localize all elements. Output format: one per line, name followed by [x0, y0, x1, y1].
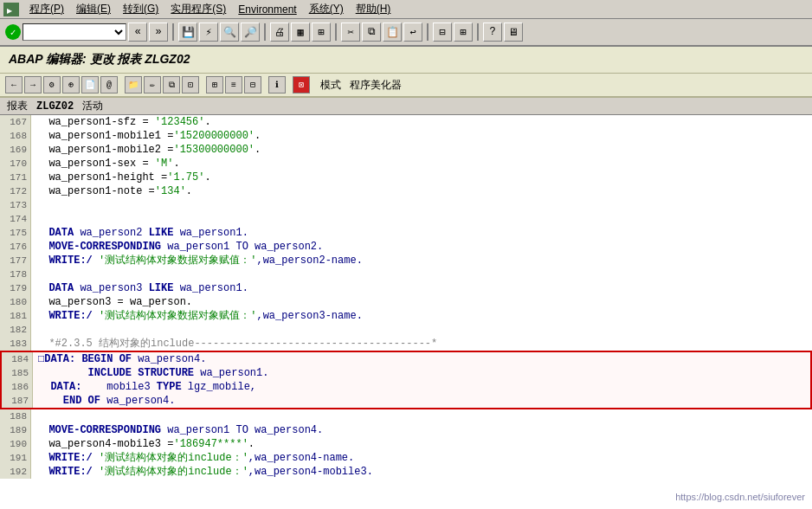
ed-btn-8[interactable]: ⊡ [182, 76, 199, 93]
menu-item-goto[interactable]: 转到(G) [118, 1, 164, 17]
code-line-169[interactable]: 169 wa_person1-mobile2 ='15300000000'. [0, 143, 812, 157]
line-content: wa_person4-mobile3 ='186947****'. [31, 437, 255, 451]
columns-icon[interactable]: ▦ [291, 23, 310, 42]
ed-btn-2[interactable]: ⊕ [62, 76, 80, 93]
beautify-label[interactable]: 程序美化器 [350, 78, 402, 93]
code-line-176[interactable]: 176 MOVE-CORRESPONDING wa_person1 TO wa_… [0, 240, 812, 254]
line-content [31, 409, 36, 423]
line-content: *#2.3.5 结构对象的include--------------------… [31, 337, 437, 351]
sap-logo-icon: ▶ [3, 3, 19, 16]
code-line-188[interactable]: 188 [0, 409, 812, 423]
cut-icon[interactable]: ✂ [341, 23, 360, 42]
ed-btn-3[interactable]: 📄 [81, 76, 99, 93]
ed-btn-7[interactable]: ⧉ [163, 76, 180, 93]
menu-item-utilities[interactable]: 实用程序(S) [165, 1, 231, 17]
ed-btn-4[interactable]: @ [100, 76, 118, 93]
code-line-184[interactable]: 184□DATA: BEGIN OF wa_person4. [0, 351, 812, 366]
code-line-189[interactable]: 189 MOVE-CORRESPONDING wa_person1 TO wa_… [0, 423, 812, 437]
code-line-177[interactable]: 177 WRITE:/ '测试结构体对象数据对象赋值：',wa_person2-… [0, 254, 812, 267]
back-icon[interactable]: ← [5, 76, 23, 93]
info-icon[interactable]: 🖥 [504, 23, 523, 42]
code-line-174[interactable]: 174 [0, 212, 812, 226]
code-line-173[interactable]: 173 [0, 198, 812, 212]
layout2-icon[interactable]: ⊞ [454, 23, 473, 42]
shortcut-icon[interactable]: ⚡ [199, 23, 218, 42]
toolbar-combo[interactable] [23, 23, 126, 41]
line-content: WRITE:/ '测试结构体对象数据对象赋值：',wa_person2-name… [31, 254, 363, 267]
check-icon[interactable]: ✓ [5, 24, 21, 40]
find2-icon[interactable]: 🔎 [241, 23, 260, 42]
line-number: 176 [0, 240, 31, 254]
line-number: 169 [0, 143, 31, 157]
line-number: 171 [0, 171, 31, 184]
line-content: wa_person3 = wa_person. [31, 295, 192, 309]
find-icon[interactable]: 🔍 [220, 23, 239, 42]
menu-bar: ▶ 程序(P) 编辑(E) 转到(G) 实用程序(S) Environment … [0, 0, 812, 19]
undo-icon[interactable]: ↩ [403, 23, 422, 42]
save-icon[interactable]: 💾 [178, 23, 197, 42]
line-number: 178 [0, 267, 31, 281]
ed-btn-11[interactable]: ⊟ [244, 76, 261, 93]
ed-btn-9[interactable]: ⊞ [206, 76, 223, 93]
ed-btn-10[interactable]: ≡ [225, 76, 242, 93]
code-line-187[interactable]: 187 END OF wa_person4. [0, 394, 812, 409]
copy-icon[interactable]: ⧉ [362, 23, 381, 42]
editor-title: ABAP 编辑器: 更改 报表 ZLGZ02 [0, 47, 812, 74]
ed-btn-1[interactable]: ⚙ [43, 76, 61, 93]
line-content: MOVE-CORRESPONDING wa_person1 TO wa_pers… [31, 423, 323, 437]
line-number: 187 [2, 394, 33, 408]
line-content: WRITE:/ '测试结构体对象的include：',wa_person4-mo… [31, 465, 373, 479]
line-content: WRITE:/ '测试结构体对象的include：',wa_person4-na… [31, 451, 354, 465]
ed-btn-13[interactable]: ⊠ [293, 76, 310, 93]
line-number: 173 [0, 198, 31, 212]
menu-item-system[interactable]: 系统(Y) [304, 1, 349, 17]
code-line-168[interactable]: 168 wa_person1-mobile1 ='15200000000'. [0, 129, 812, 143]
line-number: 167 [0, 115, 31, 129]
code-line-167[interactable]: 167 wa_person1-sfz = '123456'. [0, 115, 812, 129]
line-content: INCLUDE STRUCTURE wa_person1. [33, 366, 268, 380]
paste-icon[interactable]: 📋 [383, 23, 402, 42]
toolbar-separator-3 [335, 23, 337, 41]
menu-item-help[interactable]: 帮助(H) [351, 1, 396, 17]
line-number: 182 [0, 323, 31, 337]
print-icon[interactable]: 🖨 [270, 23, 289, 42]
code-line-178[interactable]: 178 [0, 267, 812, 281]
split-icon[interactable]: ⊞ [312, 23, 331, 42]
line-content: DATA wa_person3 LIKE wa_person1. [31, 281, 248, 295]
code-line-190[interactable]: 190 wa_person4-mobile3 ='186947****'. [0, 437, 812, 451]
code-line-191[interactable]: 191 WRITE:/ '测试结构体对象的include：',wa_person… [0, 451, 812, 465]
ed-btn-5[interactable]: 📁 [125, 76, 142, 93]
help2-icon[interactable]: ? [483, 23, 502, 42]
mode-label[interactable]: 模式 [320, 78, 341, 93]
code-line-175[interactable]: 175 DATA wa_person2 LIKE wa_person1. [0, 226, 812, 240]
line-number: 184 [2, 352, 33, 366]
line-content: wa_person1-sfz = '123456'. [31, 115, 211, 129]
code-line-180[interactable]: 180 wa_person3 = wa_person. [0, 295, 812, 309]
code-line-171[interactable]: 171 wa_person1-height ='1.75'. [0, 171, 812, 184]
code-line-185[interactable]: 185 INCLUDE STRUCTURE wa_person1. [0, 366, 812, 380]
code-line-183[interactable]: 183 *#2.3.5 结构对象的include----------------… [0, 337, 812, 351]
forward-icon[interactable]: → [24, 76, 42, 93]
line-content: wa_person1-sex = 'M'. [31, 157, 180, 171]
line-content [31, 198, 36, 212]
line-number: 180 [0, 295, 31, 309]
ed-btn-12[interactable]: ℹ [268, 76, 286, 93]
code-line-181[interactable]: 181 WRITE:/ '测试结构体对象数据对象赋值：',wa_person3-… [0, 309, 812, 323]
line-content: wa_person1-mobile1 ='15200000000'. [31, 129, 261, 143]
code-line-186[interactable]: 186 DATA: mobile3 TYPE lgz_mobile, [0, 380, 812, 394]
nav-left-icon[interactable]: « [128, 23, 147, 42]
code-line-170[interactable]: 170 wa_person1-sex = 'M'. [0, 157, 812, 171]
line-content: END OF wa_person4. [33, 394, 175, 408]
code-line-182[interactable]: 182 [0, 323, 812, 337]
menu-item-edit[interactable]: 编辑(E) [71, 1, 116, 17]
code-line-192[interactable]: 192 WRITE:/ '测试结构体对象的include：',wa_person… [0, 465, 812, 479]
code-area[interactable]: 167 wa_person1-sfz = '123456'.168 wa_per… [0, 115, 812, 509]
code-line-172[interactable]: 172 wa_person1-note ='134'. [0, 184, 812, 198]
ed-btn-6[interactable]: ✏ [144, 76, 161, 93]
layout1-icon[interactable]: ⊟ [433, 23, 452, 42]
menu-item-environment[interactable]: Environment [233, 3, 301, 16]
code-line-179[interactable]: 179 DATA wa_person3 LIKE wa_person1. [0, 281, 812, 295]
line-number: 186 [2, 380, 33, 394]
menu-item-program[interactable]: 程序(P) [24, 1, 69, 17]
nav-right-icon[interactable]: » [149, 23, 168, 42]
